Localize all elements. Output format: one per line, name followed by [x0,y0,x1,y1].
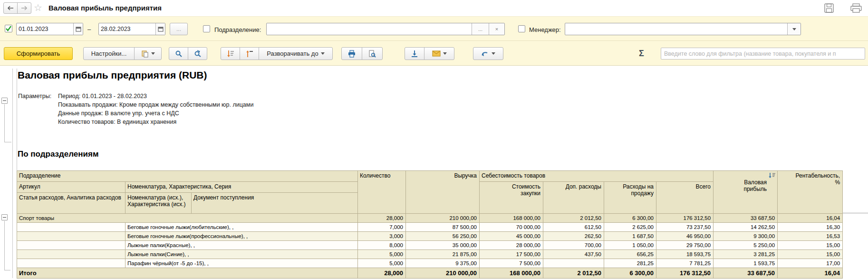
cell-value[interactable]: 1 050,00 [604,241,656,250]
cell-value[interactable]: 87 500,00 [406,223,480,232]
cell-value[interactable]: 2 625,00 [604,223,656,232]
print-preview-button[interactable] [362,47,383,60]
col-header-nomenklatura[interactable]: Номенклатура, Характеристика, Серия [125,182,358,193]
cell-value[interactable]: 15,00 [778,241,843,250]
cell-value[interactable]: 21 875,00 [406,250,480,259]
table-row[interactable]: Беговые гоночные лыжи(профессиональные),… [17,232,843,241]
cell-value[interactable]: 612,50 [543,223,604,232]
table-row[interactable]: Беговые гоночные лыжи(любительские), ,7,… [17,223,843,232]
cell-value[interactable]: 6 300,00 [604,268,656,279]
cell-value[interactable]: 2 012,50 [543,268,604,279]
generate-button[interactable]: Сформировать [4,47,73,60]
col-header-vyruchka[interactable]: Выручка [406,171,480,214]
cell-value[interactable]: 1 687,50 [604,232,656,241]
sort-descending-icon[interactable] [768,172,776,179]
period-from-calendar-button[interactable] [73,23,83,35]
cell-value[interactable]: 7 781,25 [656,259,714,268]
refresh-search-button[interactable] [188,47,207,60]
col-header-dop-rasxody[interactable]: Доп. расходы [543,182,604,214]
cell-value[interactable]: 73 237,50 [656,223,714,232]
col-header-rasxody-na-prodazhu[interactable]: Расходы на продажу [604,182,656,214]
report-group-collapse-button[interactable] [1,98,8,104]
history-button[interactable] [473,47,503,60]
period-to-calendar-button[interactable] [155,23,165,35]
col-header-rentabelnost[interactable]: Рентабельность, % [778,171,843,214]
print-icon[interactable] [850,3,866,13]
cell-value[interactable]: 7,000 [358,223,406,232]
cell-artikul[interactable] [17,250,125,259]
cell-nomenklatura[interactable]: Беговые гоночные лыжи(любительские), , [125,223,358,232]
cell-value[interactable]: 2 012,50 [543,214,604,223]
print-button[interactable] [341,47,362,60]
cell-total-label[interactable]: Итого [17,268,358,279]
cell-value[interactable]: 7 500,00 [480,259,543,268]
settings-button[interactable]: Настройки... [83,47,135,60]
col-header-valovaya-pribyl[interactable]: Валовая прибыль [714,171,778,214]
manager-dropdown-button[interactable] [787,23,800,35]
col-header-sebestoimost[interactable]: Себестоимость товаров [480,171,714,182]
cell-value[interactable]: 16,04 [778,214,843,223]
cell-value[interactable]: 9 375,00 [406,259,480,268]
col-header-statya-rasxodov[interactable]: Статья расходов, Аналитика расходов [17,193,125,214]
col-header-kolichestvo[interactable]: Количество [358,171,406,214]
cell-value[interactable]: 28,000 [358,268,406,279]
cell-value[interactable]: 3,000 [358,232,406,241]
cell-nomenklatura[interactable]: Лыжные палки(Красные), , [125,241,358,250]
cell-value[interactable]: 262,50 [543,232,604,241]
cell-value[interactable]: 17,00 [778,259,843,268]
cell-value[interactable] [543,259,604,268]
table-row[interactable]: Лыжные палки(Красные), ,8,00035 000,0028… [17,241,843,250]
cell-value[interactable]: 168 000,00 [480,268,543,279]
period-checkbox[interactable] [5,25,12,32]
cell-value[interactable]: 33 687,50 [714,268,778,279]
cell-value[interactable]: 14 262,50 [714,223,778,232]
department-choice-button[interactable]: ... [472,23,489,35]
department-checkbox[interactable] [203,25,210,32]
cell-value[interactable]: 18 593,75 [656,250,714,259]
cell-value[interactable]: 5,000 [358,259,406,268]
cell-artikul[interactable] [17,241,125,250]
cell-value[interactable]: 5,000 [358,250,406,259]
col-header-podrazdelenie[interactable]: Подразделение [17,171,358,182]
table-row[interactable]: Итого28,000210 000,00168 000,002 012,506… [17,268,843,279]
favorite-star-icon[interactable]: ☆ [34,2,42,13]
cell-nomenklatura[interactable]: Беговые гоночные лыжи(профессиональные),… [125,232,358,241]
col-header-nomenklatura-isx[interactable]: Номенклатура (исх.), Характеристика (исх… [125,193,192,214]
search-button[interactable] [169,47,188,60]
col-header-vsego[interactable]: Всего [656,182,714,214]
cell-value[interactable]: 35 000,00 [406,241,480,250]
cell-value[interactable]: 33 687,50 [714,214,778,223]
department-input[interactable] [267,23,472,35]
row-group-collapse-button[interactable] [1,214,8,220]
period-choice-button[interactable]: ... [170,23,188,35]
save-icon[interactable] [824,3,834,13]
cell-value[interactable]: 56 250,00 [406,232,480,241]
cell-value[interactable]: 16,53 [778,232,843,241]
col-header-artikul[interactable]: Артикул [17,182,125,193]
expand-to-button[interactable]: Разворачивать до [259,47,333,60]
cell-group-name[interactable]: Спорт товары [17,214,358,223]
cell-artikul[interactable] [17,259,125,268]
table-row[interactable]: Парафин чёрный(от -5 до -15), ,5,0009 37… [17,259,843,268]
cell-value[interactable]: 29 750,00 [656,241,714,250]
cell-value[interactable]: 700,00 [543,241,604,250]
cell-value[interactable]: 1 593,75 [714,259,778,268]
col-header-stoimost-zakupki[interactable]: Стоимость закупки [480,182,543,214]
cell-value[interactable]: 656,25 [604,250,656,259]
sum-sigma-icon[interactable]: Σ [639,49,644,59]
cell-value[interactable]: 46 950,00 [656,232,714,241]
cell-nomenklatura[interactable]: Парафин чёрный(от -5 до -15), , [125,259,358,268]
cell-value[interactable]: 210 000,00 [406,214,480,223]
cell-value[interactable]: 15,00 [778,250,843,259]
expand-levels-button[interactable] [221,47,240,60]
table-row[interactable]: Спорт товары28,000210 000,00168 000,002 … [17,214,843,223]
period-to-input[interactable] [99,23,155,35]
cell-value[interactable]: 210 000,00 [406,268,480,279]
cell-value[interactable]: 28 000,00 [480,241,543,250]
forward-button[interactable] [17,2,31,14]
cell-value[interactable]: 9 300,00 [714,232,778,241]
cell-value[interactable]: 6 300,00 [604,214,656,223]
cell-value[interactable]: 16,30 [778,223,843,232]
send-email-button[interactable] [424,47,454,60]
report-variants-button[interactable] [134,47,162,60]
